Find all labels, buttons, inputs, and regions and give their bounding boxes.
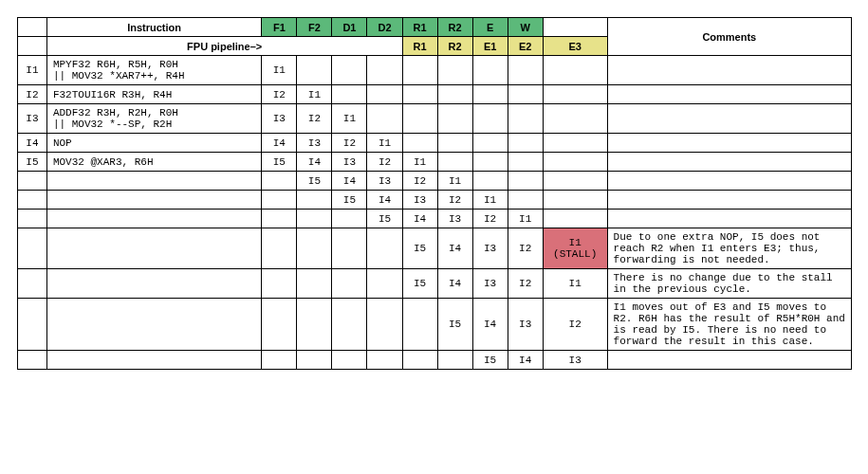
stage-cell <box>367 228 402 269</box>
instruction-cell <box>46 191 261 210</box>
cycle-id <box>18 299 47 351</box>
instruction-cell <box>46 228 261 269</box>
stage-cell <box>508 134 543 153</box>
stage-cell <box>402 85 437 104</box>
stage-cell: I5 <box>367 210 402 228</box>
stage-e3-cell <box>543 210 607 228</box>
comment-cell <box>607 351 851 370</box>
stage-w: W <box>508 18 543 37</box>
stage-cell <box>297 269 332 299</box>
cycle-row: I1MPYF32 R6H, R5H, R0H|| MOV32 *XAR7++, … <box>18 56 852 85</box>
stage-cell: I5 <box>472 351 508 370</box>
stage-cell <box>367 104 402 134</box>
stage-cell <box>508 153 543 172</box>
instruction-cell: F32TOUI16R R3H, R4H <box>46 85 261 104</box>
stage-e3-cell <box>543 85 607 104</box>
cycle-row: I5I4I3I2I1 <box>18 172 852 191</box>
stage-cell: I4 <box>297 153 332 172</box>
cycle-id: I1 <box>18 56 47 85</box>
stage-cell: I1 <box>508 210 543 228</box>
comment-cell <box>607 191 851 210</box>
stage-cell <box>402 134 437 153</box>
stage-cell: I3 <box>437 210 472 228</box>
stage-cell: I1 <box>262 56 297 85</box>
stage-cell <box>472 85 508 104</box>
instruction-line: MOV32 @XAR3, R6H <box>53 156 255 168</box>
stage-cell <box>297 228 332 269</box>
fpu-pipeline-label: FPU pipeline–> <box>46 37 402 56</box>
stage-cell: I3 <box>472 228 508 269</box>
stage-e3-cell <box>543 172 607 191</box>
comment-cell <box>607 104 851 134</box>
comment-cell <box>607 210 851 228</box>
stage-cell <box>437 153 472 172</box>
stage-e3-cell: I1 <box>543 269 607 299</box>
stage-r1b: R1 <box>402 37 437 56</box>
cycle-row: I5MOV32 @XAR3, R6HI5I4I3I2I1 <box>18 153 852 172</box>
pipeline-table: Instruction F1 F2 D1 D2 R1 R2 E W Commen… <box>17 17 852 370</box>
cycle-id: I3 <box>18 104 47 134</box>
instruction-cell <box>46 210 261 228</box>
cycle-row: I2F32TOUI16R R3H, R4HI2I1 <box>18 85 852 104</box>
instruction-line: || MOV32 *XAR7++, R4H <box>53 70 255 82</box>
stage-cell <box>297 191 332 210</box>
comment-cell: Due to one extra NOP, I5 does not reach … <box>607 228 851 269</box>
stage-cell <box>402 351 437 370</box>
stage-cell: I3 <box>332 153 367 172</box>
stage-cell: I3 <box>472 269 508 299</box>
stage-cell <box>297 56 332 85</box>
blank-e3-header <box>543 18 607 37</box>
stage-cell <box>437 134 472 153</box>
instruction-cell <box>46 269 261 299</box>
cycle-row: I3ADDF32 R3H, R2H, R0H|| MOV32 *--SP, R2… <box>18 104 852 134</box>
stage-cell <box>367 299 402 351</box>
stage-cell <box>332 210 367 228</box>
instruction-header: Instruction <box>46 18 261 37</box>
stage-cell <box>402 299 437 351</box>
stage-e3-cell: I2 <box>543 299 607 351</box>
comment-cell: I1 moves out of E3 and I5 moves to R2. R… <box>607 299 851 351</box>
stage-cell: I5 <box>297 172 332 191</box>
stage-e: E <box>472 18 508 37</box>
cycle-id: I4 <box>18 134 47 153</box>
stage-cell: I3 <box>262 104 297 134</box>
stage-cell <box>297 351 332 370</box>
instruction-line: MPYF32 R6H, R5H, R0H <box>53 59 255 70</box>
instruction-cell: ADDF32 R3H, R2H, R0H|| MOV32 *--SP, R2H <box>46 104 261 134</box>
stage-cell: I1 <box>472 191 508 210</box>
stage-d2: D2 <box>367 18 402 37</box>
stage-cell: I5 <box>402 269 437 299</box>
stage-cell <box>508 104 543 134</box>
stage-f2: F2 <box>297 18 332 37</box>
instruction-cell: NOP <box>46 134 261 153</box>
stage-cell <box>402 104 437 134</box>
cycle-row: I5I4I3I2I1There is no change due to the … <box>18 269 852 299</box>
stage-cell <box>367 85 402 104</box>
stage-f1: F1 <box>262 18 297 37</box>
blank-header <box>18 18 47 37</box>
cycle-row: I4NOPI4I3I2I1 <box>18 134 852 153</box>
stage-cell <box>402 56 437 85</box>
stage-cell <box>262 191 297 210</box>
stage-cell <box>297 299 332 351</box>
stage-cell: I4 <box>508 351 543 370</box>
stage-cell <box>297 210 332 228</box>
stage-cell <box>508 191 543 210</box>
cycle-row: I5I4I3I2I1(STALL)Due to one extra NOP, I… <box>18 228 852 269</box>
stage-cell <box>262 228 297 269</box>
stage-cell: I4 <box>437 228 472 269</box>
cycle-id: I5 <box>18 153 47 172</box>
stage-e3: E3 <box>543 37 607 56</box>
stage-cell: I4 <box>367 191 402 210</box>
cycle-row: I5I4I3I2I1 <box>18 210 852 228</box>
instruction-cell <box>46 172 261 191</box>
stage-e3-cell: I3 <box>543 351 607 370</box>
blank-header-2 <box>18 37 47 56</box>
stage-cell: I2 <box>437 191 472 210</box>
cycle-row: I5I4I3I2I1 <box>18 191 852 210</box>
stage-cell <box>262 269 297 299</box>
header-row-1: Instruction F1 F2 D1 D2 R1 R2 E W Commen… <box>18 18 852 37</box>
stage-e3-cell <box>543 134 607 153</box>
comment-cell <box>607 85 851 104</box>
stage-cell <box>508 56 543 85</box>
